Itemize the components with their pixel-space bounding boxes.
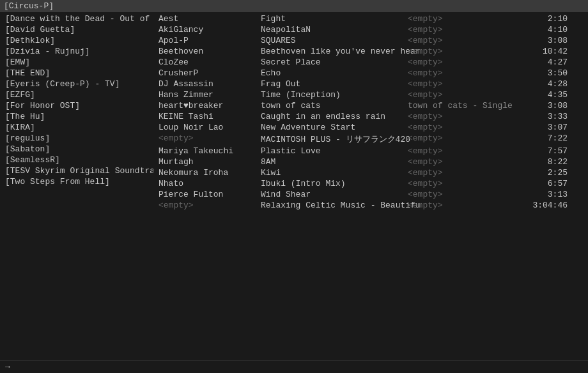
track-album: <empty> bbox=[408, 123, 523, 132]
track-duration: 6:57 bbox=[523, 179, 568, 188]
table-row[interactable]: Apol-PSQUARES<empty>3:08 bbox=[153, 35, 588, 46]
table-row[interactable]: BeethovenBeethoven like you've never hea… bbox=[153, 46, 588, 57]
track-album: <empty> bbox=[408, 179, 523, 188]
table-row[interactable]: <empty>MACINTOSH PLUS - リサフランク420<empty>… bbox=[153, 133, 588, 146]
track-album: <empty> bbox=[408, 201, 523, 210]
sidebar-item[interactable]: [Eyeris (Creep-P) - TV] bbox=[0, 79, 153, 89]
track-duration: 4:28 bbox=[523, 79, 568, 89]
table-row[interactable]: Murtagh8AM<empty>8:22 bbox=[153, 156, 588, 167]
track-title: Kiwi bbox=[261, 168, 408, 178]
track-duration: 2:25 bbox=[523, 168, 568, 178]
table-row[interactable]: NhatoIbuki (Intro Mix)<empty>6:57 bbox=[153, 178, 588, 189]
sidebar-item[interactable]: [For Honor OST] bbox=[0, 100, 153, 111]
track-title: Fight bbox=[261, 14, 408, 24]
track-artist: Nhato bbox=[159, 179, 261, 188]
table-row[interactable]: CloZeeSecret Place<empty>4:27 bbox=[153, 57, 588, 68]
track-album: <empty> bbox=[408, 68, 523, 78]
track-artist: CrusherP bbox=[159, 68, 261, 78]
sidebar-item[interactable]: [Dance with the Dead - Out of Body] bbox=[0, 13, 153, 24]
app: [Circus-P] [Dance with the Dead - Out of… bbox=[0, 0, 588, 373]
track-album: <empty> bbox=[408, 168, 523, 178]
track-title: MACINTOSH PLUS - リサフランク420 bbox=[261, 133, 408, 145]
track-duration: 3:07 bbox=[523, 123, 568, 132]
track-title: Plastic Love bbox=[261, 146, 408, 156]
table-row[interactable]: Pierce FultonWind Shear<empty>3:13 bbox=[153, 189, 588, 200]
track-title: Ibuki (Intro Mix) bbox=[261, 179, 408, 188]
track-album: <empty> bbox=[408, 90, 523, 100]
track-album: <empty> bbox=[408, 133, 523, 145]
track-artist: DJ Assassin bbox=[159, 79, 261, 89]
track-title: Secret Place bbox=[261, 57, 408, 67]
track-duration: 8:22 bbox=[523, 157, 568, 167]
track-album: <empty> bbox=[408, 157, 523, 167]
sidebar-item[interactable]: [EMW] bbox=[0, 57, 153, 68]
track-duration: 3:04:46 bbox=[523, 201, 568, 210]
track-artist: KEINE Tashi bbox=[159, 112, 261, 121]
sidebar[interactable]: [Dance with the Dead - Out of Body][Davi… bbox=[0, 12, 153, 360]
status-bar: → bbox=[0, 360, 588, 373]
track-artist: Beethoven bbox=[159, 47, 261, 56]
track-artist: Nekomura Iroha bbox=[159, 168, 261, 178]
track-duration: 4:35 bbox=[523, 90, 568, 100]
track-list[interactable]: AestFight<empty>2:10AkiGlancyNeapolitaN<… bbox=[153, 12, 588, 360]
sidebar-item[interactable]: [Sabaton] bbox=[0, 144, 153, 155]
track-title: 8AM bbox=[261, 157, 408, 167]
sidebar-item[interactable]: [Two Steps From Hell] bbox=[0, 176, 153, 187]
track-title: NeapolitaN bbox=[261, 25, 408, 34]
table-row[interactable]: AestFight<empty>2:10 bbox=[153, 13, 588, 24]
track-duration: 2:10 bbox=[523, 14, 568, 24]
track-duration: 7:57 bbox=[523, 146, 568, 156]
sidebar-item[interactable]: [regulus] bbox=[0, 133, 153, 144]
track-duration: 4:27 bbox=[523, 57, 568, 67]
status-label: → bbox=[5, 362, 10, 372]
track-album: <empty> bbox=[408, 25, 523, 34]
sidebar-item[interactable]: [KIRA] bbox=[0, 122, 153, 133]
track-title: Wind Shear bbox=[261, 190, 408, 199]
sidebar-item[interactable]: [THE END] bbox=[0, 68, 153, 79]
content: [Dance with the Dead - Out of Body][Davi… bbox=[0, 12, 588, 360]
sidebar-item[interactable]: [TESV Skyrim Original Soundtrack] bbox=[0, 165, 153, 176]
sidebar-item[interactable]: [SeamlessR] bbox=[0, 155, 153, 165]
track-title: Beethoven like you've never hear bbox=[261, 47, 408, 56]
track-artist: Loup Noir Lao bbox=[159, 123, 261, 132]
track-artist: AkiGlancy bbox=[159, 25, 261, 34]
table-row[interactable]: Hans ZimmerTime (Inception)<empty>4:35 bbox=[153, 89, 588, 100]
table-row[interactable]: <empty>Relaxing Celtic Music - Beautifu<… bbox=[153, 200, 588, 211]
sidebar-item[interactable]: [David Guetta] bbox=[0, 24, 153, 35]
table-row[interactable]: Mariya TakeuchiPlastic Love<empty>7:57 bbox=[153, 146, 588, 156]
track-duration: 10:42 bbox=[523, 47, 568, 56]
table-row[interactable]: CrusherPEcho<empty>3:50 bbox=[153, 68, 588, 79]
table-row[interactable]: AkiGlancyNeapolitaN<empty>4:10 bbox=[153, 24, 588, 35]
track-artist: <empty> bbox=[159, 201, 261, 210]
table-row[interactable]: Loup Noir LaoNew Adventure Start<empty>3… bbox=[153, 122, 588, 133]
track-artist: CloZee bbox=[159, 57, 261, 67]
track-album: <empty> bbox=[408, 57, 523, 67]
table-row[interactable]: DJ AssassinFrag Out<empty>4:28 bbox=[153, 79, 588, 89]
sidebar-item[interactable]: [Dzivia - Rujnuj] bbox=[0, 46, 153, 57]
track-title: Frag Out bbox=[261, 79, 408, 89]
track-duration: 3:13 bbox=[523, 190, 568, 199]
track-album: <empty> bbox=[408, 14, 523, 24]
track-duration: 3:08 bbox=[523, 36, 568, 45]
track-album: <empty> bbox=[408, 190, 523, 199]
track-album: <empty> bbox=[408, 47, 523, 56]
table-row[interactable]: KEINE TashiCaught in an endless rain<emp… bbox=[153, 111, 588, 122]
track-artist: heart♥breaker bbox=[159, 101, 261, 110]
track-title: SQUARES bbox=[261, 36, 408, 45]
track-title: Time (Inception) bbox=[261, 90, 408, 100]
track-title: New Adventure Start bbox=[261, 123, 408, 132]
sidebar-item[interactable]: [The Hu] bbox=[0, 111, 153, 122]
track-duration: 7:22 bbox=[523, 133, 568, 145]
track-title: Caught in an endless rain bbox=[261, 112, 408, 121]
track-artist: Pierce Fulton bbox=[159, 190, 261, 199]
sidebar-item[interactable]: [EZFG] bbox=[0, 89, 153, 100]
track-title: town of cats bbox=[261, 101, 408, 110]
track-duration: 4:10 bbox=[523, 25, 568, 34]
sidebar-item[interactable]: [Dethklok] bbox=[0, 35, 153, 46]
table-row[interactable]: Nekomura IrohaKiwi<empty>2:25 bbox=[153, 167, 588, 178]
track-artist: Apol-P bbox=[159, 36, 261, 45]
track-duration: 3:33 bbox=[523, 112, 568, 121]
title-label: [Circus-P] bbox=[4, 1, 54, 11]
track-artist: Aest bbox=[159, 14, 261, 24]
table-row[interactable]: heart♥breakertown of catstown of cats - … bbox=[153, 100, 588, 111]
